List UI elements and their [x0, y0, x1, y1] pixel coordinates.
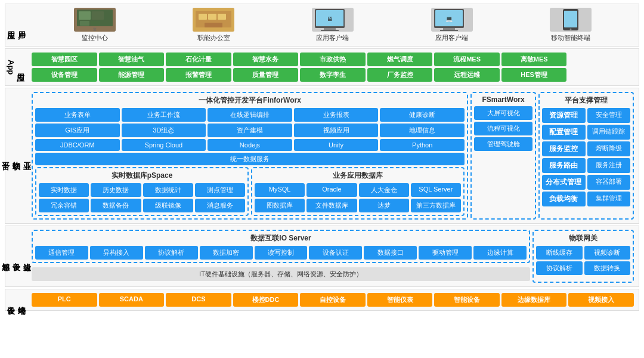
- term-2: SCADA: [99, 293, 165, 307]
- support-title: 平台支撑管理: [542, 95, 630, 106]
- io-7: 数据接口: [364, 246, 417, 260]
- finforworx-row2: GIS应用 3D组态 资产建模 视频应用 地理信息: [35, 124, 465, 137]
- user-app-icons: 监 监控中心: [29, 5, 636, 45]
- iot-content: 一体化管控开发平台FinforWorx 业务表单 业务工作流 在线逻辑编排 业务…: [27, 88, 639, 223]
- iot-gateway-box: 物联网关 断线缓存 视频诊断 协议解析 数据转换: [532, 230, 634, 283]
- rdb-7: 级联镜像: [143, 199, 193, 212]
- rdb-6: 数据备份: [91, 199, 141, 212]
- realdb-title: 实时数据库pSpace: [39, 171, 245, 181]
- app-content: 智慧园区 智慧油气 石化计量 智慧水务 市政供热 燃气调度 流程MES 离散ME…: [27, 49, 639, 85]
- office-icon: [193, 8, 234, 32]
- sup-10: 容器部署: [587, 175, 631, 190]
- fw-cell-3: 在线逻辑编排: [208, 108, 292, 122]
- io-4: 数据加密: [200, 246, 253, 260]
- io-1: 通信管理: [35, 246, 88, 260]
- app-cell-12: 质量管理: [233, 68, 299, 82]
- app-cell-13: 数字孪生: [300, 68, 366, 82]
- sup-6: 熔断降级: [587, 141, 631, 156]
- fw-cell-5: 健康诊断: [380, 108, 465, 122]
- io-server-grid: 通信管理 异构接入 协议解析 数据加密 读写控制 设备认证 数据接口 驱动管理 …: [35, 246, 527, 260]
- bdb-1: MySQL: [255, 183, 305, 197]
- bizdb-box: 业务应用数据库 MySQL Oracle 人大金仓 SQL Server 图数据…: [251, 167, 465, 216]
- term-7: 智能设备: [434, 293, 500, 307]
- svg-rect-21: [440, 30, 458, 31]
- fsw-3: 管理驾驶舱: [474, 137, 532, 151]
- fsmartworx-box: FSmartWorx 大屏可视化 流程可视化 管理驾驶舱: [470, 92, 536, 220]
- svg-rect-4: [80, 21, 89, 26]
- svg-rect-5: [91, 21, 100, 26]
- iot-inner: 一体化管控开发平台FinforWorx 业务表单 业务工作流 在线逻辑编排 业务…: [29, 90, 636, 222]
- fw-cell-15: Python: [380, 139, 465, 151]
- finforworx-box: 一体化管控开发平台FinforWorx 业务表单 业务工作流 在线逻辑编排 业务…: [32, 92, 468, 220]
- iot-row: 工业物联平台 一体化管控开发平台FinforWorx 业务表单 业务工作流 在线…: [5, 88, 639, 224]
- sup-7: 服务路由: [542, 158, 586, 173]
- svg-rect-16: [321, 30, 339, 31]
- io-3: 协议解析: [145, 246, 198, 260]
- term-4: 楼控DDC: [233, 293, 299, 307]
- rdb-4: 测点管理: [195, 183, 245, 197]
- support-grid: 资源管理 安全管理 配置管理 调用链跟踪 服务监控 熔断降级 服务路由 服务注册…: [542, 108, 630, 206]
- platform-support-box: 平台支撑管理 资源管理 安全管理 配置管理 调用链跟踪 服务监控 熔断降级 服务…: [538, 92, 634, 220]
- app-cell-9: 设备管理: [32, 68, 97, 82]
- fw-cell-8: 资产建模: [208, 124, 292, 137]
- user-app-content: 监 监控中心: [27, 4, 639, 46]
- app-cell-14: 厂务监控: [367, 68, 433, 82]
- rdb-8: 消息服务: [195, 199, 245, 212]
- sup-3: 配置管理: [542, 125, 586, 140]
- edge-inner: 数据互联IO Server 通信管理 异构接入 协议解析 数据加密 读写控制 设…: [29, 227, 636, 285]
- desktop-item1: 🖥 应用客户端: [312, 8, 354, 42]
- mobile-text: 移动智能终端: [551, 33, 590, 42]
- terminal-label: 终端设备: [5, 289, 27, 310]
- realdb-box: 实时数据库pSpace 实时数据 历史数据 数据统计 测点管理 冗余容错 数据备…: [35, 167, 249, 216]
- svg-rect-12: [205, 23, 222, 27]
- app-label: 应用App: [5, 49, 27, 85]
- terminal-row: 终端设备 PLC SCADA DCS 楼控DDC 自控设备 智能仪表 智能设备 …: [5, 289, 639, 311]
- io-server-title: 数据互联IO Server: [35, 233, 527, 243]
- gw-4: 数据转换: [584, 261, 631, 275]
- fw-cell-9: 视频应用: [294, 124, 379, 137]
- unified-data: 统一数据服务: [35, 153, 465, 165]
- svg-rect-15: [324, 28, 336, 30]
- realdb-row2: 冗余容错 数据备份 级联镜像 消息服务: [39, 199, 245, 212]
- gw-1: 断线缓存: [536, 246, 583, 260]
- svg-rect-11: [218, 14, 226, 20]
- fsmartworx-title: FSmartWorx: [474, 95, 532, 104]
- desktop-item2: 💻 应用客户端: [431, 8, 473, 42]
- sup-1: 资源管理: [542, 108, 586, 123]
- app-cell-16: HES管理: [501, 68, 567, 82]
- sup-9: 分布式管理: [542, 175, 586, 190]
- sup-12: 集群管理: [587, 192, 631, 206]
- app-cell-2: 智慧油气: [99, 53, 165, 66]
- svg-rect-20: [443, 28, 455, 30]
- fw-cell-10: 地理信息: [380, 124, 465, 137]
- app-cell-10: 能源管理: [99, 68, 165, 82]
- fw-cell-1: 业务表单: [35, 108, 120, 122]
- monitor-center-icon: 监: [74, 8, 116, 32]
- finforworx-title: 一体化管控开发平台FinforWorx: [35, 95, 465, 106]
- sup-11: 负载均衡: [542, 192, 586, 206]
- bdb-6: 文件数据库: [306, 199, 357, 212]
- bdb-2: Oracle: [306, 183, 357, 197]
- app-row: 应用App 智慧园区 智慧油气 石化计量 智慧水务 市政供热 燃气调度 流程ME…: [5, 48, 639, 86]
- rdb-5: 冗余容错: [39, 199, 89, 212]
- bizdb-title: 业务应用数据库: [255, 171, 461, 181]
- office-item: 职能办公室: [193, 8, 234, 42]
- bdb-5: 图数据库: [255, 199, 305, 212]
- app-cell-15: 远程运维: [434, 68, 500, 82]
- app-grid: 智慧园区 智慧油气 石化计量 智慧水务 市政供热 燃气调度 流程MES 离散ME…: [29, 50, 636, 84]
- app-cell-1: 智慧园区: [32, 53, 97, 66]
- term-8: 边缘数据库: [501, 293, 567, 307]
- io-6: 设备认证: [309, 246, 362, 260]
- monitor-center-text: 监控中心: [82, 33, 108, 42]
- fw-cell-11: JDBC/ORM: [35, 139, 120, 151]
- iot-gateway-grid: 断线缓存 视频诊断 协议解析 数据转换: [536, 246, 630, 275]
- fw-cell-13: Nodejs: [208, 139, 292, 151]
- term-9: 视频接入: [568, 293, 634, 307]
- svg-text:💻: 💻: [445, 15, 453, 23]
- fw-cell-6: GIS应用: [35, 124, 120, 137]
- app-cell-3: 石化计量: [166, 53, 231, 66]
- bdb-3: 人大金仓: [359, 183, 409, 197]
- svg-rect-24: [564, 11, 577, 27]
- svg-text:监: 监: [93, 27, 97, 31]
- io-8: 驱动管理: [419, 246, 472, 260]
